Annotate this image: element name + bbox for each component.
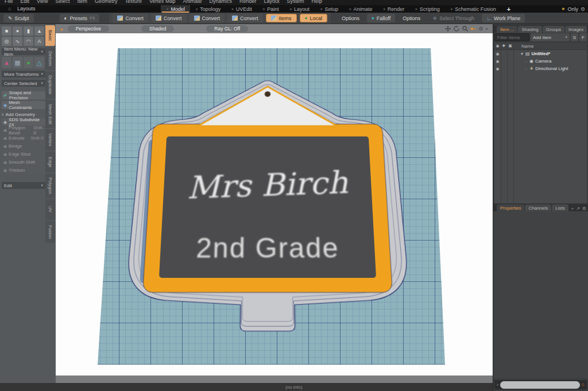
menu-system[interactable]: System <box>287 0 304 4</box>
tab-images[interactable]: Images <box>565 26 587 33</box>
edit-dropdown[interactable]: Edit▾ <box>2 182 45 189</box>
local-mode-button[interactable]: ●Local <box>300 14 327 22</box>
item-label[interactable]: Directional Light <box>535 66 568 71</box>
vtab-duplicate[interactable]: Duplicate <box>45 71 55 98</box>
tool-thicken[interactable]: ◉Thicken <box>2 167 45 174</box>
viewport-gear-icon[interactable]: ⚙ <box>478 26 483 32</box>
record-icon[interactable]: ○ <box>582 382 585 388</box>
arc-tool-button[interactable]: ◠ <box>24 37 33 46</box>
transform-handles-icon[interactable] <box>471 28 475 30</box>
chalkboard-model[interactable]: Mrs Birch 2nd Grade <box>122 80 413 338</box>
menu-view[interactable]: View <box>37 0 48 4</box>
item-label[interactable]: Camera <box>535 59 551 64</box>
view-mode-dropdown[interactable]: Perspective <box>68 25 109 32</box>
tool-edge-slice[interactable]: ◉Edge Slice <box>2 150 45 158</box>
menu-select[interactable]: Select <box>55 0 69 4</box>
cylinder-primitive-button[interactable]: ▮ <box>24 26 33 36</box>
tab-groups[interactable]: Groups <box>543 26 564 33</box>
center-selected-dropdown[interactable]: Center Selected▾ <box>2 80 45 87</box>
options-button-1[interactable]: Options <box>337 14 364 22</box>
tool-extrude[interactable]: ◉ExtrudeShift-X <box>2 134 45 142</box>
text-tool-button[interactable]: A <box>34 37 44 46</box>
cone-primitive-button[interactable]: ▲ <box>34 26 44 36</box>
tool-bridge[interactable]: ◉Bridge <box>2 142 45 150</box>
snaps-precision-button[interactable]: ✔Snaps and Precision <box>2 91 45 99</box>
layout-tab-animate[interactable]: ★Animate <box>343 5 377 13</box>
mesh-constraints-button[interactable]: ◆Mesh Constraints <box>2 101 45 109</box>
layout-tab-paint[interactable]: ★Paint <box>257 5 284 13</box>
vtab-uv[interactable]: UV <box>45 199 55 220</box>
tool-polygon-bevel[interactable]: ◉Polygon BevelShift-B <box>2 126 45 134</box>
convert-button-1[interactable]: Convert <box>113 14 148 22</box>
layout-tab-setup[interactable]: ★Setup <box>315 5 343 13</box>
menu-help[interactable]: Help <box>312 0 323 4</box>
collapse-arrow-icon[interactable]: ▼ <box>520 52 524 56</box>
work-plane-button[interactable]: ∟Work Plane <box>482 14 525 22</box>
select-through-button[interactable]: ❖Select Through <box>428 14 479 22</box>
vtab-mesh-edit[interactable]: Mesh Edit <box>45 100 55 129</box>
falloff-button[interactable]: ●Falloff <box>367 14 395 22</box>
eye-icon[interactable]: ◉ <box>494 67 501 71</box>
pan-icon[interactable] <box>445 26 451 32</box>
torus-primitive-button[interactable]: ◎ <box>2 37 11 46</box>
menu-file[interactable]: File <box>5 0 13 4</box>
item-menu-dropdown[interactable]: Item Menu: New Item▾ <box>2 48 45 55</box>
options-button-2[interactable]: Options <box>398 14 425 22</box>
viewport-canvas[interactable]: Mrs Birch 2nd Grade <box>56 33 493 375</box>
menu-render[interactable]: Render <box>239 0 257 4</box>
menu-texture[interactable]: Texture <box>125 0 142 4</box>
add-tab-button[interactable]: + <box>571 206 574 211</box>
vtab-vertex[interactable]: Vertex <box>45 129 55 150</box>
more-transforms-dropdown[interactable]: More Transforms▾ <box>2 71 45 78</box>
filter-items-input[interactable] <box>494 33 529 41</box>
tree-row-mesh[interactable]: ◉ ▼ ▤ Untitled* <box>494 50 587 57</box>
vtab-fusion[interactable]: Fusion <box>45 221 55 243</box>
layout-tab-model[interactable]: ★Model <box>161 5 190 13</box>
vtab-polygon[interactable]: Polygon <box>45 173 55 198</box>
layout-tab-uvedit[interactable]: ★UVEdit <box>226 5 257 13</box>
raygl-dropdown[interactable]: Ray GL: Off <box>206 25 248 32</box>
plane-grid-button[interactable]: ▦ <box>13 57 22 68</box>
layout-tab-scripting[interactable]: ★Scripting <box>409 5 444 13</box>
curve-tool-button[interactable]: ∿ <box>13 37 22 46</box>
tool-smooth-shift[interactable]: ◉Smooth Shift <box>2 158 45 166</box>
layouts-label[interactable]: Layouts <box>17 6 36 11</box>
tab-shading[interactable]: Shading <box>518 26 541 33</box>
vtab-edge[interactable]: Edge <box>45 152 55 172</box>
menu-animate[interactable]: Animate <box>183 0 202 4</box>
menu-geometry[interactable]: Geometry <box>95 0 118 4</box>
vtab-deform[interactable]: Deform <box>45 47 55 70</box>
pen-tool-button[interactable]: ▲ <box>2 57 11 68</box>
tree-row-camera[interactable]: ◉ → ◉ Camera <box>494 57 587 65</box>
sculpt-button[interactable]: ✎Sculpt <box>3 14 34 22</box>
eye-icon[interactable]: ◉ <box>494 59 501 64</box>
layout-tab-render[interactable]: ★Render <box>377 5 409 13</box>
menu-item[interactable]: Item <box>77 0 87 4</box>
tab-lists[interactable]: Lists <box>552 204 568 211</box>
layout-tab-layout[interactable]: ★Layout <box>284 5 315 13</box>
cube-primitive-button[interactable]: ■ <box>2 26 11 36</box>
sort-button[interactable]: S <box>571 33 578 41</box>
presets-button[interactable]: ◐PresetsF6 <box>60 14 100 22</box>
add-item-dropdown[interactable]: Add Item▾ <box>531 33 570 41</box>
menu-vertex-map[interactable]: Vertex Map <box>149 0 176 4</box>
shading-mode-dropdown[interactable]: Shaded <box>141 25 174 32</box>
menu-dynamics[interactable]: Dynamics <box>210 0 233 4</box>
zoom-icon[interactable] <box>462 26 468 32</box>
tab-channels[interactable]: Channels <box>525 204 551 211</box>
eye-icon[interactable]: ◉ <box>494 52 501 56</box>
sphere-mesh-button[interactable]: ● <box>24 57 33 68</box>
expand-panel-icon[interactable]: ↗ <box>576 206 580 211</box>
command-input[interactable] <box>500 381 580 389</box>
rotate-icon[interactable] <box>454 26 459 32</box>
only-label[interactable]: Only <box>567 6 578 12</box>
convert-button-4[interactable]: Convert <box>227 14 263 22</box>
menu-edit[interactable]: Edit <box>21 0 30 4</box>
viewport[interactable]: ◆ Perspective Shaded Ray GL: Off ⚙ ▸ <box>56 24 493 384</box>
viewport-expand-icon[interactable]: ▸ <box>486 26 488 32</box>
layout-tab-schematic-fusion[interactable]: ★Schematic Fusion <box>445 5 501 13</box>
favorites-star-icon[interactable]: ★ <box>561 6 565 11</box>
panel-gear-icon[interactable]: ⚙ <box>582 206 586 211</box>
tab-properties[interactable]: Properties <box>497 204 524 211</box>
menu-layout[interactable]: Layout <box>264 0 280 4</box>
